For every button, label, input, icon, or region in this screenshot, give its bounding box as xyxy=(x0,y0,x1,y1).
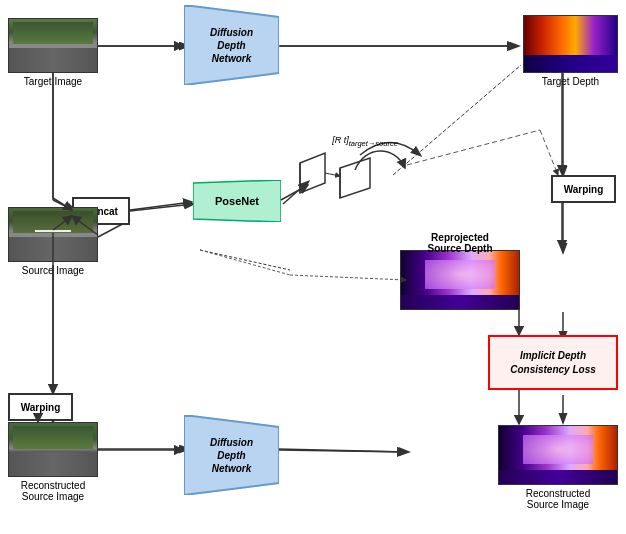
svg-line-47 xyxy=(540,130,558,175)
diffusion-network-bottom: DiffusionDepthNetwork xyxy=(184,415,279,495)
svg-line-35 xyxy=(130,202,192,210)
svg-marker-20 xyxy=(300,153,325,193)
source-image-box xyxy=(8,207,98,262)
reprojected-depth-label: ReprojectedSource Depth xyxy=(400,232,520,254)
svg-line-45 xyxy=(279,450,406,452)
implicit-loss-block: Implicit Depth Consistency Loss xyxy=(488,335,618,390)
transform-label: [R t]target→source xyxy=(315,135,415,148)
camera-icons xyxy=(295,148,395,218)
warping-right-block: Warping xyxy=(551,175,616,203)
source-image-label: Source Image xyxy=(8,265,98,276)
svg-line-17 xyxy=(200,250,290,270)
svg-line-16 xyxy=(278,449,408,452)
architecture-diagram: Target Image DiffusionDepthNetwork Targe… xyxy=(0,0,626,534)
poseNet-block: PoseNet xyxy=(193,180,281,222)
svg-line-49 xyxy=(290,275,406,280)
warping-left-block: Warping xyxy=(8,393,73,421)
poseNet-label: PoseNet xyxy=(193,180,281,222)
diffusion-bottom-text: DiffusionDepthNetwork xyxy=(184,415,279,495)
reconstructed-source-box xyxy=(8,422,98,477)
reprojected-depth-box xyxy=(400,250,520,310)
target-depth-box xyxy=(523,15,618,73)
svg-line-6 xyxy=(130,204,193,211)
target-image-label: Target Image xyxy=(8,76,98,87)
svg-line-24 xyxy=(325,173,340,176)
svg-line-8 xyxy=(393,65,521,175)
target-depth-label: Target Depth xyxy=(523,76,618,87)
svg-line-46 xyxy=(407,130,540,165)
svg-marker-22 xyxy=(340,158,370,198)
svg-line-48 xyxy=(200,250,290,275)
diffusion-top-text: DiffusionDepthNetwork xyxy=(184,5,279,85)
reconstructed-depth-label: ReconstructedSource Image xyxy=(498,488,618,510)
reconstructed-source-label: ReconstructedSource Image xyxy=(8,480,98,502)
target-image-box xyxy=(8,18,98,73)
diffusion-network-top: DiffusionDepthNetwork xyxy=(184,5,279,85)
reconstructed-depth-box xyxy=(498,425,618,485)
